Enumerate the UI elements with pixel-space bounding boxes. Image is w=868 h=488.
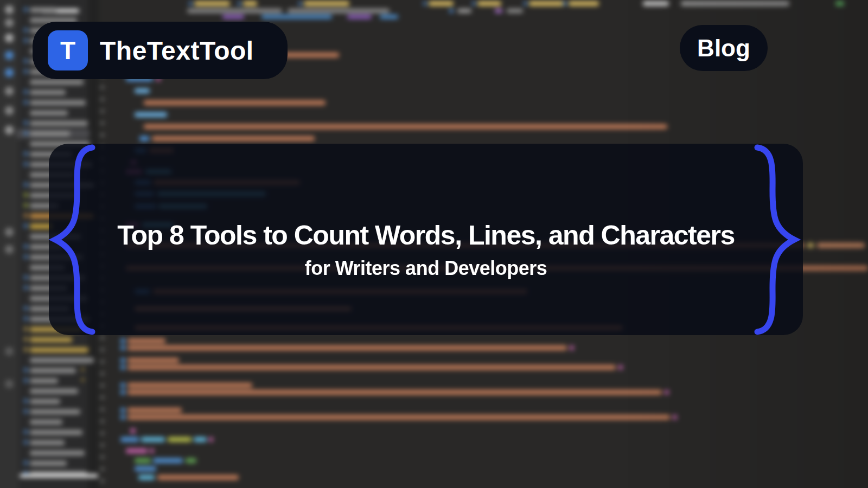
bg-blob xyxy=(30,461,67,466)
bg-blob xyxy=(30,8,57,12)
brand-t-icon: T xyxy=(48,30,88,70)
bg-blob xyxy=(817,243,865,248)
bg-blob xyxy=(570,345,574,350)
bg-blob xyxy=(100,420,105,423)
bg-blob xyxy=(24,203,28,207)
bg-blob xyxy=(30,389,78,394)
bg-blob xyxy=(24,275,28,279)
bg-blob xyxy=(24,224,28,228)
bg-blob xyxy=(495,9,502,13)
bg-blob xyxy=(144,100,326,105)
bg-blob xyxy=(100,121,105,125)
bg-blob xyxy=(5,87,14,95)
bg-blob xyxy=(144,124,667,129)
bg-blob xyxy=(24,8,28,11)
bg-blob xyxy=(135,466,156,471)
bg-blob xyxy=(141,437,165,442)
bg-blob xyxy=(30,100,86,105)
bg-blob xyxy=(189,2,193,5)
bg-blob xyxy=(130,428,136,433)
bg-blob xyxy=(127,383,252,388)
bg-blob xyxy=(24,440,28,444)
bg-blob xyxy=(24,245,28,248)
bg-blob xyxy=(472,2,476,5)
bg-blob xyxy=(529,1,564,6)
bg-blob xyxy=(423,2,427,5)
bg-blob xyxy=(30,451,85,455)
left-brace-icon xyxy=(47,144,97,335)
blog-link[interactable]: Blog xyxy=(680,25,768,71)
bg-blob xyxy=(835,1,844,6)
bg-blob xyxy=(5,228,14,236)
bg-blob xyxy=(24,214,28,217)
bg-blob xyxy=(618,365,623,370)
bg-blob xyxy=(5,126,14,134)
bg-blob xyxy=(380,15,398,19)
bg-blob xyxy=(126,448,148,453)
bg-blob xyxy=(135,88,150,93)
bg-blob xyxy=(5,18,14,27)
bg-blob xyxy=(5,5,14,14)
bg-blob xyxy=(152,136,315,141)
bg-blob xyxy=(24,183,28,187)
bg-blob xyxy=(24,368,28,372)
bg-blob xyxy=(150,448,154,453)
bg-blob xyxy=(209,437,213,442)
bg-blob xyxy=(153,458,183,463)
bg-blob xyxy=(807,243,814,248)
bg-blob xyxy=(100,479,105,483)
bg-blob xyxy=(24,378,28,382)
bg-blob xyxy=(30,121,88,126)
bg-blob xyxy=(24,69,28,73)
bg-blob xyxy=(347,15,372,19)
bg-blob xyxy=(30,440,65,445)
bg-blob xyxy=(30,348,88,352)
bg-blob xyxy=(139,136,149,141)
bg-blob xyxy=(30,430,82,435)
hero-card: Top 8 Tools to Count Words, Lines, and C… xyxy=(49,144,803,335)
bg-blob xyxy=(30,420,62,425)
bg-blob xyxy=(120,390,125,395)
bg-blob xyxy=(5,34,14,42)
bg-blob xyxy=(120,415,125,420)
bg-blob xyxy=(457,9,471,13)
bg-blob xyxy=(261,15,332,19)
bg-blob xyxy=(30,368,76,373)
bg-blob xyxy=(120,383,125,388)
bg-blob xyxy=(127,415,670,420)
bg-blob xyxy=(563,2,567,5)
bg-blob xyxy=(127,408,182,413)
bg-blob xyxy=(168,437,192,442)
bg-blob xyxy=(127,338,165,343)
bg-blob xyxy=(100,133,105,137)
bg-blob xyxy=(304,1,349,6)
bg-blob xyxy=(100,432,105,435)
bg-blob xyxy=(243,1,257,6)
bg-blob xyxy=(24,100,28,104)
bg-blob xyxy=(81,378,84,381)
bg-blob xyxy=(5,68,14,77)
brand-icon-letter: T xyxy=(60,38,75,63)
bg-blob xyxy=(120,358,125,363)
bg-blob xyxy=(24,409,28,413)
bg-blob xyxy=(507,9,523,13)
brand-logo[interactable]: T TheTextTool xyxy=(33,22,288,79)
bg-blob xyxy=(238,2,241,5)
bg-blob xyxy=(100,408,105,411)
bg-blob xyxy=(5,380,14,388)
bg-blob xyxy=(100,336,105,339)
bg-blob xyxy=(100,86,105,89)
bg-blob xyxy=(20,474,98,478)
bg-blob xyxy=(100,467,105,471)
bg-blob xyxy=(673,415,677,420)
bg-blob xyxy=(24,306,28,310)
right-brace-icon xyxy=(753,144,803,335)
bg-blob xyxy=(24,59,28,63)
bg-blob xyxy=(120,338,125,343)
bg-blob xyxy=(24,327,28,331)
bg-blob xyxy=(100,455,105,459)
bg-blob xyxy=(24,121,28,125)
bg-blob xyxy=(24,255,28,259)
bg-blob xyxy=(24,28,28,32)
bg-blob xyxy=(157,475,239,480)
